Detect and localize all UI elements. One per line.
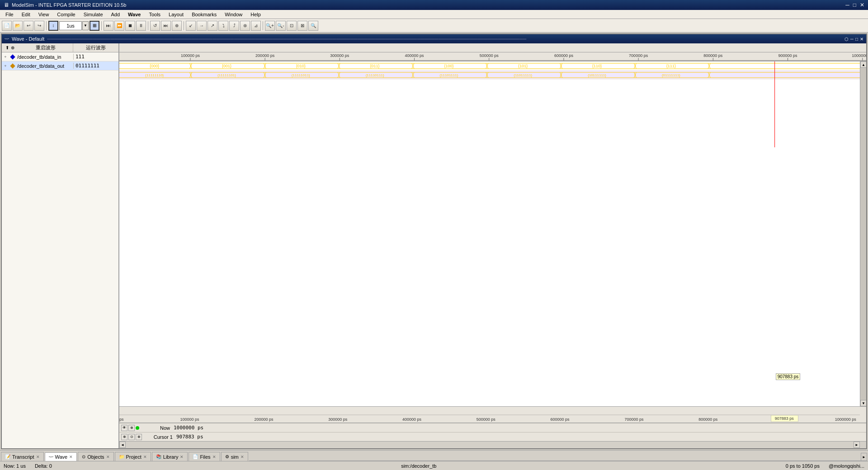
files-icon: 📄 (193, 454, 198, 459)
menu-window[interactable]: Window (221, 11, 246, 18)
svg-text:{011}: {011} (370, 64, 380, 68)
view-icon-2[interactable]: ⊕ (128, 425, 135, 431)
new-button[interactable]: 📄 (2, 21, 12, 31)
svg-text:{11101111}: {11101111} (439, 73, 458, 77)
run-continue-button[interactable]: ⏩ (114, 21, 124, 31)
svg-text:600000 ps: 600000 ps (554, 53, 574, 58)
toolbar-sep-5 (263, 21, 263, 30)
svg-text:{11111110}: {11111110} (145, 73, 164, 77)
tab-library[interactable]: 📚 Library ✕ (152, 452, 188, 461)
step-button[interactable]: ↕ (48, 21, 58, 31)
tab-files[interactable]: 📄 Files ✕ (189, 452, 220, 461)
wave-float-button[interactable]: ⬡ (844, 37, 849, 42)
step-return-button[interactable]: ↗ (208, 21, 217, 31)
menu-simulate[interactable]: Simulate (80, 11, 107, 18)
menu-view[interactable]: View (35, 11, 53, 18)
stop-button[interactable]: ⏹ (125, 21, 135, 31)
cursor-icon-3[interactable]: ⊗ (136, 434, 142, 440)
svg-text:{001}: {001} (222, 64, 231, 68)
svg-text:{000}: {000} (150, 64, 159, 68)
signal-panel-empty (2, 70, 118, 448)
wave-title-bar: 〰 Wave - Default ───────────────────────… (2, 34, 866, 43)
minimize-button[interactable]: ─ (845, 2, 849, 8)
zoom-full-button[interactable]: ⊡ (287, 21, 297, 31)
maximize-button[interactable]: □ (853, 2, 856, 8)
time-dropdown[interactable]: ▼ (82, 21, 89, 30)
menu-file[interactable]: File (2, 11, 17, 18)
tab-scroll-right[interactable]: ► (861, 453, 867, 461)
wave-maximize-button[interactable]: □ (855, 37, 858, 42)
tab-project[interactable]: 📁 Project ✕ (115, 452, 151, 461)
scroll-up-button[interactable]: ▲ (860, 61, 866, 68)
signal-expand-2[interactable]: + (2, 61, 9, 70)
cursor-icon-2[interactable]: ⊙ (128, 434, 135, 440)
zoom-sel-button[interactable]: ⊠ (297, 21, 307, 31)
menu-tools[interactable]: Tools (145, 11, 164, 18)
menu-edit[interactable]: Edit (18, 11, 34, 18)
waveform-empty-area (119, 80, 860, 148)
zoom-in-button[interactable]: 🔍+ (265, 21, 275, 31)
goto-button[interactable]: ⊕ (172, 21, 182, 31)
watch-button[interactable]: ⊛ (240, 21, 250, 31)
step-line-button[interactable]: ⤵ (218, 21, 228, 31)
wave-body: + /decoder_tb/data_in 111 + /decoder_tb/… (2, 52, 866, 448)
now-label: Now (143, 425, 170, 431)
scroll-left-button[interactable]: ◄ (119, 442, 126, 448)
signal-row-data-in[interactable]: + /decoder_tb/data_in 111 (2, 52, 118, 61)
wave-close-button[interactable]: ✕ (860, 37, 863, 42)
tab-transcript[interactable]: 📝 Transcript ✕ (1, 452, 44, 461)
redo-button[interactable]: ↪ (34, 21, 44, 31)
menu-layout[interactable]: Layout (165, 11, 187, 18)
menu-wave[interactable]: Wave (124, 11, 144, 18)
expand-all-button[interactable]: ⊕ (11, 45, 14, 50)
close-button[interactable]: ✕ (860, 2, 864, 8)
tab-objects[interactable]: ⊙ Objects ✕ (78, 452, 113, 461)
next-button[interactable]: ⏭ (161, 21, 171, 31)
signal-expand-1[interactable]: + (2, 52, 9, 61)
menu-bookmarks[interactable]: Bookmarks (188, 11, 220, 18)
tab-transcript-close[interactable]: ✕ (36, 455, 40, 459)
scroll-down-button[interactable]: ▼ (860, 400, 866, 406)
restart-sim-button[interactable]: ↺ (150, 21, 160, 31)
break-signal-button[interactable]: ⤴ (229, 21, 239, 31)
find-button[interactable]: 🔍 (308, 21, 318, 31)
step-in-button[interactable]: ↙ (186, 21, 196, 31)
menu-help[interactable]: Help (247, 11, 264, 18)
tab-sim-close[interactable]: ✕ (241, 455, 244, 459)
break-button[interactable]: ⏸ (136, 21, 146, 31)
active-dot (136, 426, 139, 430)
menu-add[interactable]: Add (108, 11, 124, 18)
signal-value-data-out: 01111111 (73, 63, 118, 69)
tab-library-close[interactable]: ✕ (180, 455, 184, 459)
main-toolbar: 📄 📂 ↩ ↪ ↕ ▼ ⊞ ⏭ ⏩ ⏹ ⏸ ↺ ⏭ ⊕ ↙ → ↗ ⤵ ⤴ ⊛ … (0, 19, 868, 33)
title-bar: 🖥 ModelSim - INTEL FPGA STARTER EDITION … (0, 0, 868, 10)
view-icon-1[interactable]: 👁 (121, 425, 127, 431)
bottom-sim-context: sim:/decoder_tb (401, 463, 436, 469)
tab-project-close[interactable]: ✕ (143, 455, 147, 459)
wave-window-icon: 〰 (5, 37, 9, 42)
step-over-button[interactable]: → (197, 21, 207, 31)
signal-row-data-out[interactable]: + /decoder_tb/data_out 01111111 (2, 61, 118, 70)
svg-text:907883 ps: 907883 ps (775, 416, 794, 421)
menu-compile[interactable]: Compile (53, 11, 79, 18)
time-input[interactable] (59, 21, 82, 30)
tab-wave[interactable]: 〰 Wave ✕ (45, 452, 77, 461)
scroll-right-button[interactable]: ► (854, 442, 860, 448)
scroll-track-v[interactable] (860, 68, 866, 400)
scroll-track-h[interactable] (126, 442, 854, 448)
tab-wave-close[interactable]: ✕ (69, 455, 73, 459)
svg-text:600000 ps: 600000 ps (551, 417, 570, 422)
open-button[interactable]: 📂 (13, 21, 23, 31)
zoom-out-button[interactable]: 🔍- (276, 21, 286, 31)
undo-button[interactable]: ↩ (24, 21, 33, 31)
cursor-icon-1[interactable]: ⊕ (121, 434, 127, 440)
run-all-button[interactable]: ⏭ (104, 21, 113, 31)
wave-button[interactable]: ⊿ (251, 21, 261, 31)
tab-sim[interactable]: ⚙ sim ✕ (221, 452, 248, 461)
tab-objects-close[interactable]: ✕ (106, 455, 110, 459)
wave-minimize-button[interactable]: ─ (850, 37, 854, 42)
run-button[interactable]: ⊞ (90, 21, 99, 31)
tab-bar: 📝 Transcript ✕ 〰 Wave ✕ ⊙ Objects ✕ 📁 Pr… (0, 450, 868, 461)
waveform-main[interactable]: {000} {001} {010} {011} {100} {101} {110… (119, 61, 860, 406)
tab-files-close[interactable]: ✕ (212, 455, 216, 459)
